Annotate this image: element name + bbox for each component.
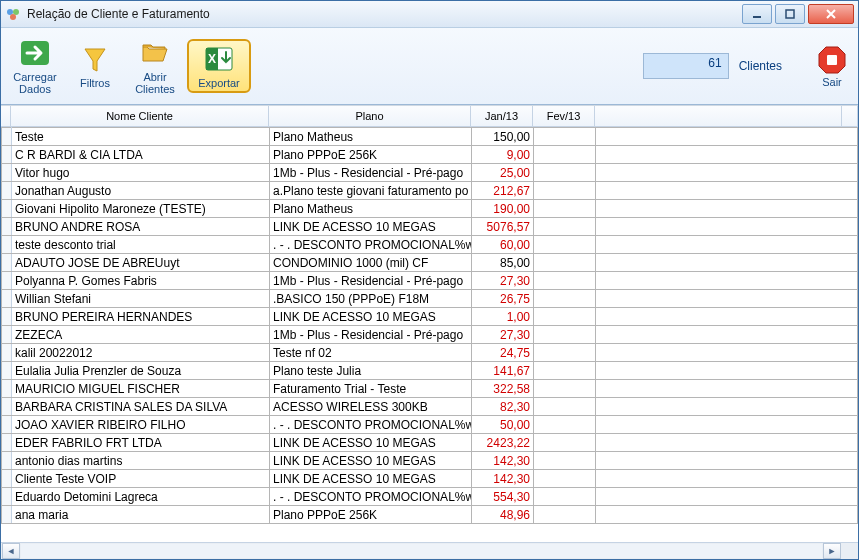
cell-nome-cliente[interactable]: ana maria — [12, 506, 270, 524]
horizontal-scrollbar[interactable]: ◄ ► — [1, 542, 858, 559]
table-row[interactable]: MAURICIO MIGUEL FISCHERFaturamento Trial… — [2, 380, 858, 398]
cell-plano[interactable]: 1Mb - Plus - Residencial - Pré-pago — [270, 164, 472, 182]
cell-jan13[interactable]: 150,00 — [472, 128, 534, 146]
column-plano[interactable]: Plano — [269, 106, 471, 126]
cell-fev13[interactable] — [534, 254, 596, 272]
cell-fev13[interactable] — [534, 380, 596, 398]
cell-jan13[interactable]: 50,00 — [472, 416, 534, 434]
cell-jan13[interactable]: 142,30 — [472, 470, 534, 488]
cell-plano[interactable]: Plano PPPoE 256K — [270, 146, 472, 164]
column-jan13[interactable]: Jan/13 — [471, 106, 533, 126]
cell-fev13[interactable] — [534, 146, 596, 164]
cell-jan13[interactable]: 82,30 — [472, 398, 534, 416]
cell-nome-cliente[interactable]: antonio dias martins — [12, 452, 270, 470]
cell-fev13[interactable] — [534, 344, 596, 362]
table-row[interactable]: teste desconto trial. - . DESCONTO PROMO… — [2, 236, 858, 254]
cell-fev13[interactable] — [534, 470, 596, 488]
cell-jan13[interactable]: 27,30 — [472, 326, 534, 344]
carregar-dados-button[interactable]: Carregar Dados — [7, 33, 63, 99]
table-row[interactable]: Polyanna P. Gomes Fabris1Mb - Plus - Res… — [2, 272, 858, 290]
cell-nome-cliente[interactable]: teste desconto trial — [12, 236, 270, 254]
cell-nome-cliente[interactable]: Jonathan Augusto — [12, 182, 270, 200]
cell-plano[interactable]: a.Plano teste giovani faturamento po — [270, 182, 472, 200]
cell-jan13[interactable]: 26,75 — [472, 290, 534, 308]
cell-plano[interactable]: . - . DESCONTO PROMOCIONAL%w — [270, 416, 472, 434]
cell-plano[interactable]: LINK DE ACESSO 10 MEGAS — [270, 434, 472, 452]
filtros-button[interactable]: Filtros — [67, 39, 123, 93]
cell-plano[interactable]: LINK DE ACESSO 10 MEGAS — [270, 470, 472, 488]
table-row[interactable]: ZEZECA1Mb - Plus - Residencial - Pré-pag… — [2, 326, 858, 344]
cell-fev13[interactable] — [534, 182, 596, 200]
table-row[interactable]: JOAO XAVIER RIBEIRO FILHO. - . DESCONTO … — [2, 416, 858, 434]
sair-button[interactable]: Sair — [816, 44, 848, 88]
cell-fev13[interactable] — [534, 236, 596, 254]
cell-fev13[interactable] — [534, 200, 596, 218]
cell-nome-cliente[interactable]: BRUNO ANDRE ROSA — [12, 218, 270, 236]
cell-jan13[interactable]: 554,30 — [472, 488, 534, 506]
table-row[interactable]: TestePlano Matheus150,00 — [2, 128, 858, 146]
cell-fev13[interactable] — [534, 326, 596, 344]
scroll-left-button[interactable]: ◄ — [2, 543, 20, 559]
cell-plano[interactable]: Plano teste Julia — [270, 362, 472, 380]
cell-plano[interactable]: Faturamento Trial - Teste — [270, 380, 472, 398]
titlebar[interactable]: Relação de Cliente e Faturamento — [1, 1, 858, 28]
cell-plano[interactable]: Plano Matheus — [270, 128, 472, 146]
cell-fev13[interactable] — [534, 128, 596, 146]
cell-jan13[interactable]: 142,30 — [472, 452, 534, 470]
cell-nome-cliente[interactable]: EDER FABRILO FRT LTDA — [12, 434, 270, 452]
cell-jan13[interactable]: 190,00 — [472, 200, 534, 218]
table-row[interactable]: Eduardo Detomini Lagreca. - . DESCONTO P… — [2, 488, 858, 506]
table-row[interactable]: Vitor hugo1Mb - Plus - Residencial - Pré… — [2, 164, 858, 182]
cell-nome-cliente[interactable]: BRUNO PEREIRA HERNANDES — [12, 308, 270, 326]
cell-fev13[interactable] — [534, 434, 596, 452]
cell-nome-cliente[interactable]: Polyanna P. Gomes Fabris — [12, 272, 270, 290]
cell-plano[interactable]: LINK DE ACESSO 10 MEGAS — [270, 218, 472, 236]
cell-jan13[interactable]: 85,00 — [472, 254, 534, 272]
cell-plano[interactable]: 1Mb - Plus - Residencial - Pré-pago — [270, 326, 472, 344]
cell-nome-cliente[interactable]: MAURICIO MIGUEL FISCHER — [12, 380, 270, 398]
cell-plano[interactable]: . - . DESCONTO PROMOCIONAL%w — [270, 488, 472, 506]
cell-jan13[interactable]: 9,00 — [472, 146, 534, 164]
table-row[interactable]: Willian Stefani.BASICO 150 (PPPoE) F18M2… — [2, 290, 858, 308]
table-row[interactable]: ana mariaPlano PPPoE 256K48,96 — [2, 506, 858, 524]
cell-plano[interactable]: LINK DE ACESSO 10 MEGAS — [270, 452, 472, 470]
cell-jan13[interactable]: 141,67 — [472, 362, 534, 380]
table-row[interactable]: Giovani Hipolito Maroneze (TESTE)Plano M… — [2, 200, 858, 218]
cell-jan13[interactable]: 322,58 — [472, 380, 534, 398]
cell-nome-cliente[interactable]: Teste — [12, 128, 270, 146]
cell-nome-cliente[interactable]: BARBARA CRISTINA SALES DA SILVA — [12, 398, 270, 416]
column-nome-cliente[interactable]: Nome Cliente — [11, 106, 269, 126]
cell-plano[interactable]: Plano PPPoE 256K — [270, 506, 472, 524]
cell-nome-cliente[interactable]: C R BARDI & CIA LTDA — [12, 146, 270, 164]
cell-nome-cliente[interactable]: Willian Stefani — [12, 290, 270, 308]
cell-fev13[interactable] — [534, 488, 596, 506]
column-fev13[interactable]: Fev/13 — [533, 106, 595, 126]
maximize-button[interactable] — [775, 4, 805, 24]
cell-plano[interactable]: 1Mb - Plus - Residencial - Pré-pago — [270, 272, 472, 290]
scroll-right-button[interactable]: ► — [823, 543, 841, 559]
cell-fev13[interactable] — [534, 452, 596, 470]
table-row[interactable]: BARBARA CRISTINA SALES DA SILVAACESSO WI… — [2, 398, 858, 416]
cell-nome-cliente[interactable]: ZEZECA — [12, 326, 270, 344]
table-row[interactable]: Eulalia Julia Prenzler de SouzaPlano tes… — [2, 362, 858, 380]
cell-jan13[interactable]: 2423,22 — [472, 434, 534, 452]
cell-nome-cliente[interactable]: Eulalia Julia Prenzler de Souza — [12, 362, 270, 380]
cell-jan13[interactable]: 212,67 — [472, 182, 534, 200]
cell-jan13[interactable]: 24,75 — [472, 344, 534, 362]
cell-fev13[interactable] — [534, 506, 596, 524]
cell-nome-cliente[interactable]: kalil 20022012 — [12, 344, 270, 362]
cell-plano[interactable]: LINK DE ACESSO 10 MEGAS — [270, 308, 472, 326]
table-row[interactable]: BRUNO ANDRE ROSALINK DE ACESSO 10 MEGAS5… — [2, 218, 858, 236]
table-row[interactable]: ADAUTO JOSE DE ABREUuytCONDOMINIO 1000 (… — [2, 254, 858, 272]
table-row[interactable]: Jonathan Augustoa.Plano teste giovani fa… — [2, 182, 858, 200]
cell-jan13[interactable]: 1,00 — [472, 308, 534, 326]
abrir-clientes-button[interactable]: Abrir Clientes — [127, 33, 183, 99]
cell-fev13[interactable] — [534, 272, 596, 290]
exportar-button[interactable]: X Exportar — [187, 39, 251, 93]
cell-nome-cliente[interactable]: Cliente Teste VOIP — [12, 470, 270, 488]
grid-body-scroll[interactable]: TestePlano Matheus150,00C R BARDI & CIA … — [1, 127, 858, 542]
cell-fev13[interactable] — [534, 416, 596, 434]
cell-jan13[interactable]: 60,00 — [472, 236, 534, 254]
cell-plano[interactable]: Plano Matheus — [270, 200, 472, 218]
cell-jan13[interactable]: 27,30 — [472, 272, 534, 290]
